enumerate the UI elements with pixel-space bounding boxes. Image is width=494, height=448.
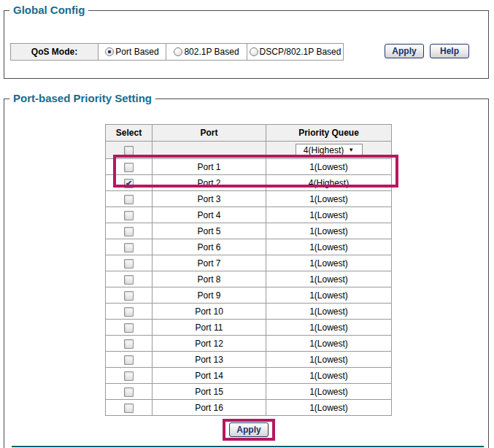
table-row: Port 7 1(Lowest) [106, 255, 392, 271]
port-cell: Port 2 [153, 175, 266, 191]
queue-cell: 1(Lowest) [266, 159, 392, 175]
port-cell: Port 10 [153, 304, 266, 320]
qos-option-port-based: Port Based [98, 43, 166, 61]
port-cell: Port 4 [153, 207, 266, 223]
column-header-port: Port [153, 125, 266, 142]
bulk-port-cell [153, 142, 266, 159]
row-select-checkbox[interactable] [124, 211, 134, 220]
row-select-checkbox[interactable] [124, 163, 134, 172]
row-select-checkbox[interactable] [124, 355, 134, 365]
bottom-divider [12, 446, 484, 447]
port-cell: Port 8 [153, 271, 266, 287]
table-row: Port 14 1(Lowest) [106, 368, 392, 384]
port-cell: Port 9 [153, 287, 266, 304]
column-header-select: Select [106, 125, 153, 142]
section-title-priority-setting: Port-based Priority Setting [9, 92, 155, 105]
qos-option-label: 802.1P Based [184, 47, 239, 57]
queue-cell: 4(Highest) [266, 175, 392, 191]
radio-button-dscp-8021p-based[interactable] [250, 47, 258, 56]
table-row: Port 5 1(Lowest) [106, 223, 392, 239]
row-select-checkbox[interactable]: ✔ [124, 179, 134, 188]
bulk-queue-select[interactable]: 4(Highest) ▼ [296, 144, 363, 157]
table-row: Port 3 1(Lowest) [106, 191, 392, 207]
table-row: Port 13 1(Lowest) [106, 352, 392, 368]
qos-mode-label: QoS Mode: [10, 43, 99, 61]
row-select-checkbox[interactable] [124, 371, 134, 381]
port-cell: Port 3 [153, 191, 266, 207]
qos-option-label: DSCP/802.1P Based [260, 47, 341, 57]
row-select-checkbox[interactable] [124, 291, 134, 301]
table-row: Port 12 1(Lowest) [106, 336, 392, 352]
select-all-checkbox[interactable] [124, 146, 134, 155]
queue-cell: 1(Lowest) [266, 271, 392, 287]
queue-cell: 1(Lowest) [266, 400, 392, 416]
table-row: ✔ Port 2 4(Highest) [106, 175, 392, 191]
queue-cell: 1(Lowest) [266, 352, 392, 368]
row-select-checkbox[interactable] [124, 275, 134, 285]
port-priority-table: Select Port Priority Queue 4(Highest) ▼ [105, 124, 392, 416]
qos-config-page: Global Config QoS Mode: Port Based 802.1… [0, 0, 494, 448]
table-row: Port 15 1(Lowest) [106, 384, 392, 400]
queue-cell: 1(Lowest) [266, 223, 392, 239]
bulk-queue-value: 4(Highest) [304, 145, 344, 155]
port-cell: Port 1 [153, 159, 266, 175]
queue-cell: 1(Lowest) [266, 336, 392, 352]
queue-cell: 1(Lowest) [266, 304, 392, 320]
row-select-checkbox[interactable] [124, 227, 134, 236]
row-select-checkbox[interactable] [124, 403, 134, 413]
queue-cell: 1(Lowest) [266, 239, 392, 255]
port-cell: Port 11 [153, 320, 266, 336]
qos-option-8021p-based: 802.1P Based [166, 43, 247, 61]
table-row: Port 4 1(Lowest) [106, 207, 392, 223]
table-row: Port 10 1(Lowest) [106, 304, 392, 320]
radio-button-8021p-based[interactable] [174, 47, 182, 56]
row-select-checkbox[interactable] [124, 259, 134, 269]
chevron-down-icon: ▼ [348, 147, 354, 153]
port-cell: Port 7 [153, 255, 266, 271]
row-select-checkbox[interactable] [124, 243, 134, 252]
table-row: Port 6 1(Lowest) [106, 239, 392, 255]
row-select-checkbox[interactable] [124, 195, 134, 204]
apply-button-table[interactable]: Apply [229, 422, 269, 437]
queue-cell: 1(Lowest) [266, 320, 392, 336]
apply-button-global[interactable]: Apply [385, 44, 424, 58]
queue-cell: 1(Lowest) [266, 368, 392, 384]
port-cell: Port 16 [153, 400, 266, 416]
queue-cell: 1(Lowest) [266, 207, 392, 223]
row-select-checkbox[interactable] [124, 339, 134, 349]
table-row: Port 11 1(Lowest) [106, 320, 392, 336]
port-cell: Port 12 [153, 336, 266, 352]
help-button[interactable]: Help [430, 44, 469, 58]
table-row: Port 16 1(Lowest) [106, 400, 392, 416]
column-header-priority-queue: Priority Queue [266, 125, 392, 142]
queue-cell: 1(Lowest) [266, 255, 392, 271]
row-select-checkbox[interactable] [124, 307, 134, 317]
priority-setting-section: Port-based Priority Setting Select Port … [4, 99, 489, 448]
qos-option-label: Port Based [115, 47, 158, 57]
section-title-global-config: Global Config [9, 4, 88, 17]
port-cell: Port 15 [153, 384, 266, 400]
queue-cell: 1(Lowest) [266, 287, 392, 304]
row-select-checkbox[interactable] [124, 323, 134, 333]
port-cell: Port 5 [153, 223, 266, 239]
qos-mode-row: QoS Mode: Port Based 802.1P Based DSCP/8… [10, 43, 344, 61]
port-cell: Port 13 [153, 352, 266, 368]
row-select-checkbox[interactable] [124, 387, 134, 397]
global-config-section: Global Config QoS Mode: Port Based 802.1… [4, 10, 489, 79]
port-cell: Port 6 [153, 239, 266, 255]
table-row: Port 8 1(Lowest) [106, 271, 392, 287]
queue-cell: 1(Lowest) [266, 384, 392, 400]
table-header-row: Select Port Priority Queue [106, 125, 392, 142]
table-row: Port 1 1(Lowest) [106, 159, 392, 175]
port-table-body: 4(Highest) ▼ Port 1 1(Lowest) ✔ Port 2 4… [106, 142, 392, 416]
qos-option-dscp-8021p-based: DSCP/802.1P Based [247, 43, 344, 61]
table-row: Port 9 1(Lowest) [106, 287, 392, 304]
radio-button-port-based[interactable] [105, 47, 114, 56]
queue-cell: 1(Lowest) [266, 191, 392, 207]
port-cell: Port 14 [153, 368, 266, 384]
bulk-action-row: 4(Highest) ▼ [106, 142, 392, 159]
